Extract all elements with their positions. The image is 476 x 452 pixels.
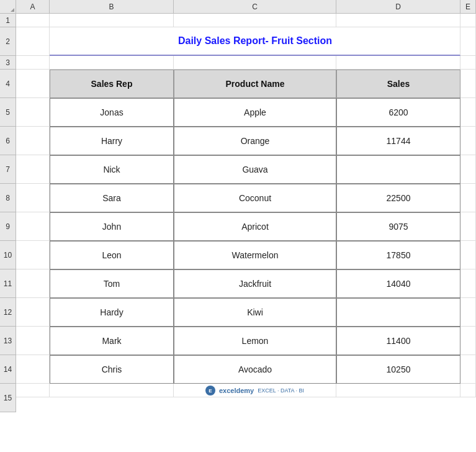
row-num-10[interactable]: 10 <box>0 241 16 269</box>
cell-3e[interactable] <box>460 56 476 70</box>
cell-8a[interactable] <box>16 184 50 212</box>
cell-12b[interactable]: Hardy <box>50 298 174 327</box>
cell-13b[interactable]: Mark <box>50 327 174 355</box>
cell-5e[interactable] <box>460 98 476 127</box>
cell-6c[interactable]: Orange <box>174 127 336 155</box>
cell-10b[interactable]: Leon <box>50 241 174 269</box>
cell-14a[interactable] <box>16 355 50 384</box>
cell-14b[interactable]: Chris <box>50 355 174 384</box>
cell-6a[interactable] <box>16 127 50 155</box>
cell-12e[interactable] <box>460 298 476 327</box>
cell-15e[interactable] <box>460 384 476 397</box>
cell-7e[interactable] <box>460 155 476 184</box>
cell-10d[interactable]: 17850 <box>336 241 460 269</box>
cell-13e[interactable] <box>460 327 476 355</box>
row-num-15[interactable]: 15 <box>0 384 16 412</box>
column-headers-row: A B C D E <box>0 0 476 14</box>
row-num-7[interactable]: 7 <box>0 155 16 184</box>
cell-12d[interactable] <box>336 298 460 327</box>
row-num-11[interactable]: 11 <box>0 269 16 298</box>
cell-12c[interactable]: Kiwi <box>174 298 336 327</box>
cell-15a[interactable] <box>16 384 50 397</box>
cell-7a[interactable] <box>16 155 50 184</box>
cell-5d[interactable]: 6200 <box>336 98 460 127</box>
cell-8e[interactable] <box>460 184 476 212</box>
cell-9a[interactable] <box>16 212 50 241</box>
row-10: Leon Watermelon 17850 <box>16 241 476 269</box>
cell-6b[interactable]: Harry <box>50 127 174 155</box>
col-header-a[interactable]: A <box>16 0 50 14</box>
col-header-b[interactable]: B <box>50 0 174 14</box>
cell-6d[interactable]: 11744 <box>336 127 460 155</box>
cell-2c-title: Daily Sales Report- Fruit Section <box>174 27 336 56</box>
row-num-4[interactable]: 4 <box>0 70 16 98</box>
cell-10a[interactable] <box>16 241 50 269</box>
cell-8d[interactable]: 22500 <box>336 184 460 212</box>
cell-10e[interactable] <box>460 241 476 269</box>
cell-9d[interactable]: 9075 <box>336 212 460 241</box>
row-num-8[interactable]: 8 <box>0 184 16 212</box>
cell-4e[interactable] <box>460 70 476 98</box>
col-header-d[interactable]: D <box>336 0 460 14</box>
cell-12a[interactable] <box>16 298 50 327</box>
cell-14d[interactable]: 10250 <box>336 355 460 384</box>
row-num-14[interactable]: 14 <box>0 355 16 384</box>
cell-4a[interactable] <box>16 70 50 98</box>
row-13: Mark Lemon 11400 <box>16 327 476 355</box>
cell-11d[interactable]: 14040 <box>336 269 460 298</box>
row-num-1[interactable]: 1 <box>0 14 16 27</box>
spreadsheet: A B C D E 1 2 3 4 5 6 7 8 9 10 11 12 13 <box>0 0 476 452</box>
cell-15d <box>336 384 460 397</box>
cell-10c[interactable]: Watermelon <box>174 241 336 269</box>
cell-1c[interactable] <box>174 14 336 27</box>
col-header-c[interactable]: C <box>174 0 336 14</box>
cell-1a[interactable] <box>16 14 50 27</box>
cell-5b[interactable]: Jonas <box>50 98 174 127</box>
cell-11a[interactable] <box>16 269 50 298</box>
spreadsheet-title: Daily Sales Report- Fruit Section <box>178 35 332 47</box>
cell-8c[interactable]: Coconut <box>174 184 336 212</box>
cell-2d-title <box>336 27 460 56</box>
row-num-12[interactable]: 12 <box>0 298 16 327</box>
cell-8b[interactable]: Sara <box>50 184 174 212</box>
cell-1d[interactable] <box>336 14 460 27</box>
row-num-2[interactable]: 2 <box>0 27 16 56</box>
cell-7b[interactable]: Nick <box>50 155 174 184</box>
cell-1e[interactable] <box>460 14 476 27</box>
cell-4c-header: Product Name <box>174 70 336 98</box>
cell-5a[interactable] <box>16 98 50 127</box>
cell-3d[interactable] <box>336 56 460 70</box>
cell-2e[interactable] <box>460 27 476 56</box>
cell-13d[interactable]: 11400 <box>336 327 460 355</box>
cell-14e[interactable] <box>460 355 476 384</box>
cell-3c[interactable] <box>174 56 336 70</box>
cell-6e[interactable] <box>460 127 476 155</box>
row-num-13[interactable]: 13 <box>0 327 16 355</box>
cell-11c[interactable]: Jackfruit <box>174 269 336 298</box>
cell-3b[interactable] <box>50 56 174 70</box>
cell-9c[interactable]: Apricot <box>174 212 336 241</box>
row-num-9[interactable]: 9 <box>0 212 16 241</box>
row-7: Nick Guava <box>16 155 476 184</box>
cell-5c[interactable]: Apple <box>174 98 336 127</box>
cell-7d[interactable] <box>336 155 460 184</box>
cell-9b[interactable]: John <box>50 212 174 241</box>
cell-11e[interactable] <box>460 269 476 298</box>
row-2-title: Daily Sales Report- Fruit Section <box>16 27 476 56</box>
cell-7c[interactable]: Guava <box>174 155 336 184</box>
cell-2a[interactable] <box>16 27 50 56</box>
cell-13a[interactable] <box>16 327 50 355</box>
cell-13c[interactable]: Lemon <box>174 327 336 355</box>
col-header-e[interactable]: E <box>460 0 476 14</box>
cell-9e[interactable] <box>460 212 476 241</box>
row-num-5[interactable]: 5 <box>0 98 16 127</box>
cell-11b[interactable]: Tom <box>50 269 174 298</box>
cell-3a[interactable] <box>16 56 50 70</box>
row-numbers: 1 2 3 4 5 6 7 8 9 10 11 12 13 14 15 <box>0 14 16 452</box>
row-num-3[interactable]: 3 <box>0 56 16 70</box>
cell-1b[interactable] <box>50 14 174 27</box>
cell-2b-title <box>50 27 174 56</box>
cell-14c[interactable]: Avocado <box>174 355 336 384</box>
svg-text:E: E <box>209 388 212 394</box>
row-num-6[interactable]: 6 <box>0 127 16 155</box>
